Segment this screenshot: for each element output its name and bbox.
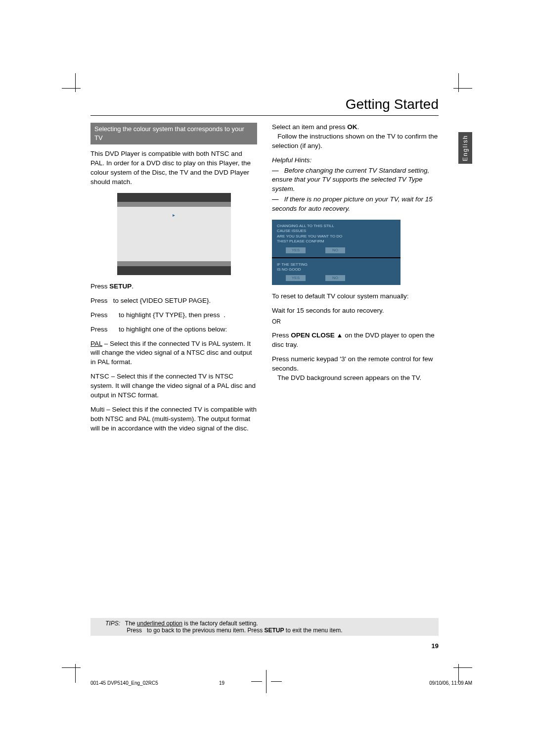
osd-panel-2: IF THE SETTING IS NO GOOD YES NO	[272, 258, 400, 285]
chevron-right-icon: ▸	[173, 212, 175, 219]
step-2: Press to select {VIDEO SETUP PAGE}.	[90, 296, 257, 306]
footer-datetime: 09/10/06, 11:09 AM	[429, 680, 472, 686]
helpful-hints-label: Helpful Hints:	[272, 156, 439, 165]
hint-2: — If there is no proper picture on your …	[272, 195, 439, 214]
reset-or: OR	[272, 318, 439, 326]
reset-step-1: Wait for 15 seconds for auto recovery.	[272, 306, 439, 316]
step-4: Press to highlight one of the options be…	[90, 325, 257, 334]
eject-icon: ▲	[337, 331, 343, 339]
osd-no-button: NO	[325, 247, 345, 253]
section-heading: Selecting the colour system that corresp…	[90, 123, 257, 144]
multi-label: Multi	[90, 406, 105, 413]
footer-page: 19	[219, 680, 224, 686]
right-column: Select an item and press OK. Follow the …	[272, 123, 439, 438]
hint-1: — Before changing the current TV Standar…	[272, 166, 439, 194]
page-title: Getting Started	[90, 96, 439, 116]
footer-meta: 001-45 DVP5140_Eng_02RC5 19 09/10/06, 11…	[90, 680, 472, 686]
option-ntsc: NTSC – Select this if the connected TV i…	[90, 372, 257, 400]
page-number: 19	[432, 642, 439, 650]
ntsc-label: NTSC	[90, 373, 109, 380]
left-column: Selecting the colour system that corresp…	[90, 123, 257, 438]
reset-step-3: Press numeric keypad '3' on the remote c…	[272, 355, 439, 383]
step-1: Press SETUP.	[90, 282, 257, 291]
tips-footer: TIPS: The underlined option is the facto…	[90, 618, 439, 636]
osd-diagram-left: ▸	[117, 193, 231, 275]
language-tab-label: English	[462, 135, 469, 161]
option-pal: PAL – Select this if the connected TV is…	[90, 339, 257, 368]
osd-panel-1: CHANGING ALL TO THIS STILL CAUSE ISSUES …	[272, 220, 400, 257]
footer-file: 001-45 DVP5140_Eng_02RC5	[90, 680, 158, 686]
osd-yes-button-2: YES	[286, 275, 306, 281]
step-3: Press to highlight {TV TYPE}, then press…	[90, 311, 257, 320]
osd-no-button-2: NO	[325, 275, 345, 281]
pal-label: PAL	[90, 340, 102, 347]
osd-yes-button: YES	[286, 247, 306, 253]
page-content: Getting Started English Selecting the co…	[90, 96, 472, 660]
osd-diagram-right: CHANGING ALL TO THIS STILL CAUSE ISSUES …	[272, 220, 400, 285]
tips-label: TIPS:	[105, 620, 120, 627]
reset-step-2: Press OPEN CLOSE ▲ on the DVD player to …	[272, 331, 439, 350]
reset-title: To reset to default TV colour system man…	[272, 292, 439, 301]
option-multi: Multi – Select this if the connected TV …	[90, 405, 257, 433]
select-item: Select an item and press OK. Follow the …	[272, 123, 439, 151]
intro-paragraph: This DVD Player is compatible with both …	[90, 149, 257, 187]
language-tab: English	[458, 132, 472, 164]
